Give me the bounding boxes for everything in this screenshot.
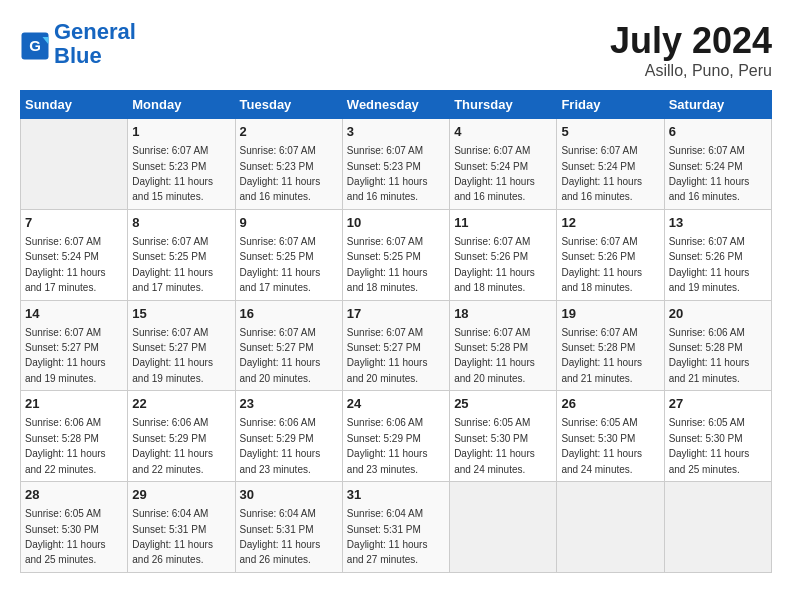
day-number: 24: [347, 395, 445, 413]
header-cell-sunday: Sunday: [21, 91, 128, 119]
day-number: 12: [561, 214, 659, 232]
day-cell: 31Sunrise: 6:04 AMSunset: 5:31 PMDayligh…: [342, 482, 449, 573]
daylight-info: Daylight: 11 hours and 16 minutes.: [561, 176, 642, 202]
day-cell: 1Sunrise: 6:07 AMSunset: 5:23 PMDaylight…: [128, 119, 235, 210]
sunrise-info: Sunrise: 6:07 AM: [561, 327, 637, 338]
sunset-info: Sunset: 5:24 PM: [669, 161, 743, 172]
day-cell: [664, 482, 771, 573]
sunset-info: Sunset: 5:25 PM: [240, 251, 314, 262]
daylight-info: Daylight: 11 hours and 24 minutes.: [454, 448, 535, 474]
day-cell: 2Sunrise: 6:07 AMSunset: 5:23 PMDaylight…: [235, 119, 342, 210]
daylight-info: Daylight: 11 hours and 24 minutes.: [561, 448, 642, 474]
daylight-info: Daylight: 11 hours and 19 minutes.: [669, 267, 750, 293]
week-row-1: 1Sunrise: 6:07 AMSunset: 5:23 PMDaylight…: [21, 119, 772, 210]
sunset-info: Sunset: 5:31 PM: [240, 524, 314, 535]
sunrise-info: Sunrise: 6:06 AM: [669, 327, 745, 338]
day-cell: 18Sunrise: 6:07 AMSunset: 5:28 PMDayligh…: [450, 300, 557, 391]
daylight-info: Daylight: 11 hours and 18 minutes.: [561, 267, 642, 293]
day-number: 19: [561, 305, 659, 323]
sunrise-info: Sunrise: 6:07 AM: [561, 145, 637, 156]
page-header: G General Blue July 2024 Asillo, Puno, P…: [20, 20, 772, 80]
logo: G General Blue: [20, 20, 136, 68]
week-row-4: 21Sunrise: 6:06 AMSunset: 5:28 PMDayligh…: [21, 391, 772, 482]
day-number: 16: [240, 305, 338, 323]
day-cell: 4Sunrise: 6:07 AMSunset: 5:24 PMDaylight…: [450, 119, 557, 210]
sunrise-info: Sunrise: 6:06 AM: [240, 417, 316, 428]
sunset-info: Sunset: 5:27 PM: [240, 342, 314, 353]
sunset-info: Sunset: 5:26 PM: [669, 251, 743, 262]
day-cell: 14Sunrise: 6:07 AMSunset: 5:27 PMDayligh…: [21, 300, 128, 391]
day-cell: 27Sunrise: 6:05 AMSunset: 5:30 PMDayligh…: [664, 391, 771, 482]
daylight-info: Daylight: 11 hours and 20 minutes.: [240, 357, 321, 383]
daylight-info: Daylight: 11 hours and 23 minutes.: [347, 448, 428, 474]
sunrise-info: Sunrise: 6:07 AM: [347, 327, 423, 338]
sunset-info: Sunset: 5:26 PM: [454, 251, 528, 262]
day-number: 17: [347, 305, 445, 323]
sunrise-info: Sunrise: 6:07 AM: [240, 236, 316, 247]
daylight-info: Daylight: 11 hours and 16 minutes.: [669, 176, 750, 202]
header-row: SundayMondayTuesdayWednesdayThursdayFrid…: [21, 91, 772, 119]
daylight-info: Daylight: 11 hours and 16 minutes.: [240, 176, 321, 202]
sunrise-info: Sunrise: 6:05 AM: [561, 417, 637, 428]
daylight-info: Daylight: 11 hours and 26 minutes.: [240, 539, 321, 565]
day-number: 7: [25, 214, 123, 232]
day-number: 28: [25, 486, 123, 504]
sunset-info: Sunset: 5:25 PM: [347, 251, 421, 262]
day-cell: 17Sunrise: 6:07 AMSunset: 5:27 PMDayligh…: [342, 300, 449, 391]
day-cell: 22Sunrise: 6:06 AMSunset: 5:29 PMDayligh…: [128, 391, 235, 482]
daylight-info: Daylight: 11 hours and 25 minutes.: [669, 448, 750, 474]
sunrise-info: Sunrise: 6:07 AM: [347, 145, 423, 156]
sunrise-info: Sunrise: 6:05 AM: [25, 508, 101, 519]
sunrise-info: Sunrise: 6:07 AM: [561, 236, 637, 247]
day-number: 3: [347, 123, 445, 141]
sunset-info: Sunset: 5:29 PM: [132, 433, 206, 444]
daylight-info: Daylight: 11 hours and 20 minutes.: [454, 357, 535, 383]
sunset-info: Sunset: 5:27 PM: [132, 342, 206, 353]
day-number: 2: [240, 123, 338, 141]
day-number: 9: [240, 214, 338, 232]
day-cell: 28Sunrise: 6:05 AMSunset: 5:30 PMDayligh…: [21, 482, 128, 573]
day-cell: 29Sunrise: 6:04 AMSunset: 5:31 PMDayligh…: [128, 482, 235, 573]
daylight-info: Daylight: 11 hours and 17 minutes.: [132, 267, 213, 293]
day-cell: 12Sunrise: 6:07 AMSunset: 5:26 PMDayligh…: [557, 209, 664, 300]
daylight-info: Daylight: 11 hours and 19 minutes.: [132, 357, 213, 383]
daylight-info: Daylight: 11 hours and 22 minutes.: [25, 448, 106, 474]
sunrise-info: Sunrise: 6:07 AM: [132, 327, 208, 338]
sunset-info: Sunset: 5:30 PM: [454, 433, 528, 444]
day-number: 1: [132, 123, 230, 141]
header-cell-monday: Monday: [128, 91, 235, 119]
day-cell: 25Sunrise: 6:05 AMSunset: 5:30 PMDayligh…: [450, 391, 557, 482]
day-number: 22: [132, 395, 230, 413]
day-cell: 9Sunrise: 6:07 AMSunset: 5:25 PMDaylight…: [235, 209, 342, 300]
day-cell: 7Sunrise: 6:07 AMSunset: 5:24 PMDaylight…: [21, 209, 128, 300]
sunrise-info: Sunrise: 6:06 AM: [25, 417, 101, 428]
header-cell-tuesday: Tuesday: [235, 91, 342, 119]
sunset-info: Sunset: 5:28 PM: [454, 342, 528, 353]
day-cell: 24Sunrise: 6:06 AMSunset: 5:29 PMDayligh…: [342, 391, 449, 482]
calendar-table: SundayMondayTuesdayWednesdayThursdayFrid…: [20, 90, 772, 573]
day-cell: 6Sunrise: 6:07 AMSunset: 5:24 PMDaylight…: [664, 119, 771, 210]
day-cell: 15Sunrise: 6:07 AMSunset: 5:27 PMDayligh…: [128, 300, 235, 391]
daylight-info: Daylight: 11 hours and 19 minutes.: [25, 357, 106, 383]
day-number: 21: [25, 395, 123, 413]
sunrise-info: Sunrise: 6:04 AM: [132, 508, 208, 519]
sunset-info: Sunset: 5:23 PM: [132, 161, 206, 172]
daylight-info: Daylight: 11 hours and 26 minutes.: [132, 539, 213, 565]
sunrise-info: Sunrise: 6:07 AM: [132, 236, 208, 247]
sunrise-info: Sunrise: 6:07 AM: [132, 145, 208, 156]
sunset-info: Sunset: 5:28 PM: [561, 342, 635, 353]
day-number: 6: [669, 123, 767, 141]
sunset-info: Sunset: 5:31 PM: [132, 524, 206, 535]
daylight-info: Daylight: 11 hours and 15 minutes.: [132, 176, 213, 202]
sunrise-info: Sunrise: 6:07 AM: [25, 236, 101, 247]
sunset-info: Sunset: 5:25 PM: [132, 251, 206, 262]
sunset-info: Sunset: 5:23 PM: [347, 161, 421, 172]
day-number: 23: [240, 395, 338, 413]
day-cell: 21Sunrise: 6:06 AMSunset: 5:28 PMDayligh…: [21, 391, 128, 482]
day-number: 11: [454, 214, 552, 232]
daylight-info: Daylight: 11 hours and 21 minutes.: [561, 357, 642, 383]
daylight-info: Daylight: 11 hours and 21 minutes.: [669, 357, 750, 383]
sunset-info: Sunset: 5:30 PM: [561, 433, 635, 444]
day-number: 25: [454, 395, 552, 413]
day-cell: 23Sunrise: 6:06 AMSunset: 5:29 PMDayligh…: [235, 391, 342, 482]
